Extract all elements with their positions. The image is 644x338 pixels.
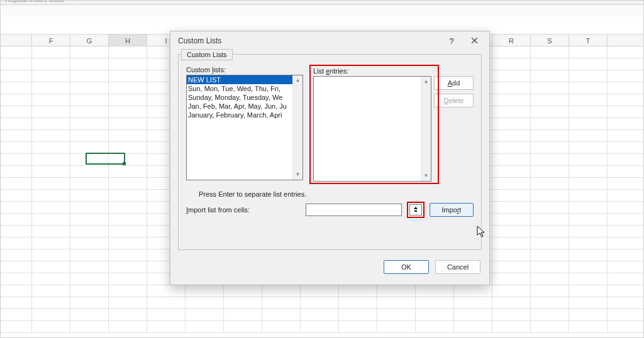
grid-cell[interactable] xyxy=(109,249,147,261)
grid-cell[interactable] xyxy=(416,285,454,297)
grid-cell[interactable] xyxy=(70,94,109,106)
grid-cell[interactable] xyxy=(569,70,608,82)
grid-cell[interactable] xyxy=(492,82,531,94)
grid-cell[interactable] xyxy=(32,321,70,333)
scrollbar[interactable]: ▲ ▼ xyxy=(292,75,303,180)
grid-cell[interactable] xyxy=(608,285,644,297)
grid-cell[interactable] xyxy=(32,226,70,237)
grid-cell[interactable] xyxy=(377,321,416,333)
custom-lists-listbox[interactable]: NEW LISTSun, Mon, Tue, Wed, Thu, Fri,Sun… xyxy=(186,75,303,180)
list-item[interactable]: Jan, Feb, Mar, Apr, May, Jun, Ju xyxy=(187,102,303,111)
grid-cell[interactable] xyxy=(492,142,531,154)
column-header[interactable]: T xyxy=(569,35,608,46)
grid-cell[interactable] xyxy=(608,118,644,130)
grid-cell[interactable] xyxy=(262,297,301,309)
grid-cell[interactable] xyxy=(262,309,301,321)
grid-cell[interactable] xyxy=(608,154,644,166)
grid-cell[interactable] xyxy=(569,130,608,142)
import-button[interactable]: Import xyxy=(430,203,474,217)
grid-cell[interactable] xyxy=(70,118,109,130)
column-header[interactable]: H xyxy=(109,35,147,46)
grid-cell[interactable] xyxy=(70,285,109,297)
grid-cell[interactable] xyxy=(70,226,109,237)
grid-cell[interactable] xyxy=(32,261,70,273)
grid-cell[interactable] xyxy=(454,297,492,309)
grid-cell[interactable] xyxy=(608,58,644,70)
ok-button[interactable]: OK xyxy=(384,260,429,274)
grid-cell[interactable] xyxy=(569,190,608,202)
grid-cell[interactable] xyxy=(608,130,644,142)
column-header[interactable]: S xyxy=(531,35,569,46)
grid-cell[interactable] xyxy=(608,142,644,154)
grid-cell[interactable] xyxy=(531,70,569,82)
grid-cell[interactable] xyxy=(32,94,70,106)
grid-cell[interactable] xyxy=(0,46,32,58)
range-picker-button[interactable] xyxy=(409,204,422,215)
grid-cell[interactable] xyxy=(0,202,32,214)
grid-cell[interactable] xyxy=(531,190,569,202)
cancel-button[interactable]: Cancel xyxy=(435,260,480,274)
grid-cell[interactable] xyxy=(109,261,147,273)
grid-cell[interactable] xyxy=(531,46,569,58)
grid-cell[interactable] xyxy=(569,261,608,273)
grid-cell[interactable] xyxy=(70,249,109,261)
grid-cell[interactable] xyxy=(492,130,531,142)
grid-cell[interactable] xyxy=(531,58,569,70)
grid-cell[interactable] xyxy=(224,297,262,309)
grid-cell[interactable] xyxy=(109,118,147,130)
grid-cell[interactable] xyxy=(569,237,608,249)
grid-cell[interactable] xyxy=(531,166,569,178)
grid-cell[interactable] xyxy=(569,154,608,166)
grid-cell[interactable] xyxy=(608,309,644,321)
grid-cell[interactable] xyxy=(0,94,32,106)
grid-cell[interactable] xyxy=(32,237,70,249)
grid-cell[interactable] xyxy=(109,273,147,285)
grid-cell[interactable] xyxy=(531,118,569,130)
grid-cell[interactable] xyxy=(0,130,32,142)
grid-cell[interactable] xyxy=(531,178,569,190)
grid-cell[interactable] xyxy=(0,118,32,130)
grid-cell[interactable] xyxy=(32,154,70,166)
grid-cell[interactable] xyxy=(32,249,70,261)
grid-cell[interactable] xyxy=(492,297,531,309)
grid-cell[interactable] xyxy=(531,237,569,249)
grid-cell[interactable] xyxy=(0,82,32,94)
column-header[interactable]: G xyxy=(70,35,109,46)
grid-cell[interactable] xyxy=(109,82,147,94)
grid-cell[interactable] xyxy=(70,130,109,142)
grid-cell[interactable] xyxy=(109,178,147,190)
grid-cell[interactable] xyxy=(569,321,608,333)
grid-cell[interactable] xyxy=(70,321,109,333)
grid-cell[interactable] xyxy=(186,309,224,321)
grid-cell[interactable] xyxy=(0,273,32,285)
grid-cell[interactable] xyxy=(531,82,569,94)
grid-cell[interactable] xyxy=(608,261,644,273)
grid-cell[interactable] xyxy=(569,309,608,321)
grid-cell[interactable] xyxy=(0,309,32,321)
grid-cell[interactable] xyxy=(70,106,109,118)
grid-cell[interactable] xyxy=(492,154,531,166)
grid-cell[interactable] xyxy=(0,142,32,154)
grid-cell[interactable] xyxy=(608,166,644,178)
grid-cell[interactable] xyxy=(608,237,644,249)
grid-cell[interactable] xyxy=(569,273,608,285)
grid-cell[interactable] xyxy=(301,297,339,309)
grid-cell[interactable] xyxy=(70,261,109,273)
scroll-up-icon[interactable]: ▲ xyxy=(293,75,303,85)
grid-cell[interactable] xyxy=(569,285,608,297)
grid-cell[interactable] xyxy=(339,321,377,333)
grid-cell[interactable] xyxy=(32,70,70,82)
grid-cell[interactable] xyxy=(109,297,147,309)
grid-cell[interactable] xyxy=(109,106,147,118)
grid-cell[interactable] xyxy=(32,273,70,285)
grid-cell[interactable] xyxy=(262,321,301,333)
grid-cell[interactable] xyxy=(608,70,644,82)
grid-cell[interactable] xyxy=(32,118,70,130)
column-header[interactable] xyxy=(608,35,644,46)
grid-cell[interactable] xyxy=(70,309,109,321)
grid-cell[interactable] xyxy=(608,46,644,58)
grid-cell[interactable] xyxy=(224,321,262,333)
grid-cell[interactable] xyxy=(186,297,224,309)
grid-cell[interactable] xyxy=(492,94,531,106)
grid-cell[interactable] xyxy=(531,297,569,309)
